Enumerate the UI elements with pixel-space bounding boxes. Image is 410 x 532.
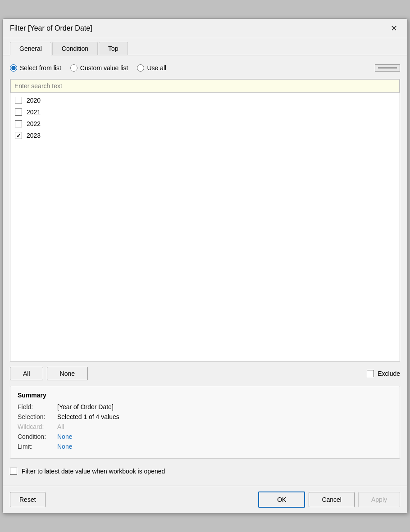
summary-limit-row: Limit: None	[18, 443, 392, 450]
summary-condition-value: None	[57, 433, 72, 440]
item-label-2022: 2022	[27, 120, 41, 127]
title-bar: Filter [Year of Order Date] ✕	[3, 19, 407, 38]
exclude-row: Exclude	[367, 370, 400, 377]
list-item[interactable]: 2020	[10, 95, 400, 106]
summary-selection-row: Selection: Selected 1 of 4 values	[18, 413, 392, 420]
cancel-button[interactable]: Cancel	[309, 492, 355, 507]
menu-icon-button[interactable]	[375, 64, 400, 72]
summary-field-row: Field: [Year of Order Date]	[18, 403, 392, 410]
radio-select-from-list-label: Select from list	[20, 64, 61, 72]
menu-line-3	[391, 68, 397, 68]
checkbox-2021[interactable]	[15, 108, 22, 116]
all-button[interactable]: All	[10, 367, 43, 380]
apply-button[interactable]: Apply	[358, 492, 400, 507]
tab-general[interactable]: General	[10, 42, 51, 55]
tab-top[interactable]: Top	[99, 42, 128, 55]
none-button[interactable]: None	[47, 367, 88, 380]
tab-bar: General Condition Top	[3, 38, 407, 55]
latest-date-row: Filter to latest date value when workboo…	[10, 464, 400, 478]
radio-options-row: Select from list Custom value list Use a…	[10, 63, 400, 73]
summary-condition-row: Condition: None	[18, 433, 392, 440]
summary-wildcard-label: Wildcard:	[18, 423, 54, 430]
tab-condition[interactable]: Condition	[52, 42, 98, 55]
list-items: 2020 2021 2022 2023	[10, 93, 400, 143]
radio-use-all-label: Use all	[147, 64, 166, 72]
radio-select-from-list-input[interactable]	[10, 64, 17, 72]
summary-wildcard-row: Wildcard: All	[18, 423, 392, 430]
item-label-2021: 2021	[27, 108, 41, 116]
search-row	[10, 79, 400, 93]
close-button[interactable]: ✕	[388, 23, 400, 33]
filter-list-container: 2020 2021 2022 2023	[10, 79, 400, 361]
summary-limit-value: None	[57, 443, 72, 450]
radio-use-all[interactable]: Use all	[137, 64, 166, 72]
summary-selection-value: Selected 1 of 4 values	[57, 413, 119, 420]
latest-date-checkbox[interactable]	[10, 468, 17, 475]
menu-line-1	[378, 68, 384, 68]
radio-custom-value-list-input[interactable]	[70, 64, 77, 72]
dialog-title: Filter [Year of Order Date]	[10, 24, 92, 32]
checkbox-2020[interactable]	[15, 97, 22, 104]
checkbox-2023[interactable]	[15, 132, 22, 139]
list-item[interactable]: 2023	[10, 130, 400, 141]
list-item[interactable]: 2021	[10, 106, 400, 118]
radio-use-all-input[interactable]	[137, 64, 144, 72]
summary-wildcard-value: All	[57, 423, 64, 430]
bottom-bar: Reset OK Cancel Apply	[3, 486, 407, 513]
checkbox-2022[interactable]	[15, 120, 22, 127]
summary-title: Summary	[18, 392, 392, 399]
filter-dialog: Filter [Year of Order Date] ✕ General Co…	[2, 18, 408, 514]
summary-field-value: [Year of Order Date]	[57, 403, 114, 410]
tab-content: Select from list Custom value list Use a…	[3, 55, 407, 486]
search-input[interactable]	[10, 79, 400, 93]
item-label-2020: 2020	[27, 97, 41, 104]
radio-custom-value-list-label: Custom value list	[80, 64, 128, 72]
menu-line-2	[384, 68, 391, 68]
summary-field-label: Field:	[18, 403, 54, 410]
reset-button[interactable]: Reset	[10, 492, 46, 507]
summary-box: Summary Field: [Year of Order Date] Sele…	[10, 386, 400, 459]
radio-select-from-list[interactable]: Select from list	[10, 64, 61, 72]
summary-limit-label: Limit:	[18, 443, 54, 450]
summary-selection-label: Selection:	[18, 413, 54, 420]
list-action-buttons-row: All None Exclude	[10, 367, 400, 380]
summary-condition-label: Condition:	[18, 433, 54, 440]
exclude-label: Exclude	[378, 370, 400, 377]
item-label-2023: 2023	[27, 132, 41, 139]
latest-date-label: Filter to latest date value when workboo…	[22, 468, 165, 475]
exclude-checkbox[interactable]	[367, 370, 374, 377]
list-item[interactable]: 2022	[10, 118, 400, 130]
radio-custom-value-list[interactable]: Custom value list	[70, 64, 128, 72]
ok-button[interactable]: OK	[258, 491, 305, 508]
